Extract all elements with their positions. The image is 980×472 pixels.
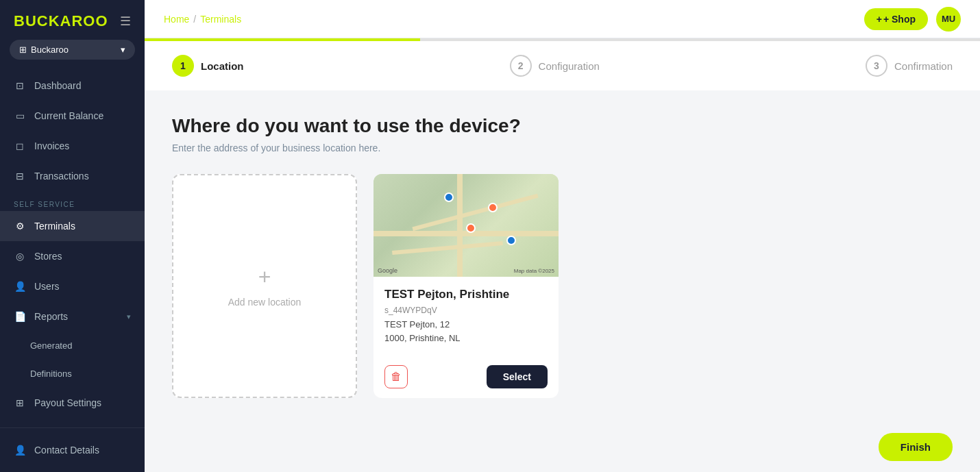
step-configuration: 2 Configuration [510,55,600,77]
sidebar-item-payout-settings[interactable]: ⊞ Payout Settings [0,388,145,418]
map-pin-2 [466,223,476,233]
map-data-label: Map data ©2025 [514,268,554,274]
plus-icon: + [258,264,271,290]
reports-icon: 📄 [14,310,26,323]
step-1-circle: 1 [172,55,194,77]
sidebar-item-label: Payout Settings [34,397,101,408]
logo: BUCKAROO [14,12,108,30]
sidebar-sub-label: Definitions [30,369,72,379]
card-address: TEST Pejton, 12 1000, Prishtine, NL [384,318,548,345]
step-3-number: 3 [874,60,879,71]
step-location: 1 Location [172,55,244,77]
sidebar: BUCKAROO ☰ ⊞ Buckaroo ▾ ⊡ Dashboard ▭ Cu… [0,0,145,472]
page-subtitle: Enter the address of your business locat… [172,142,953,153]
sidebar-item-label: Invoices [34,140,69,151]
map-pin-1 [488,203,498,212]
sidebar-item-label: Users [34,281,60,292]
step-1-label: Location [201,60,244,72]
location-cards: + Add new location Go [172,174,953,398]
terminal-icon: ⚙ [14,220,26,232]
breadcrumb-current: Terminals [200,14,241,25]
map-pin-4 [444,192,454,202]
sidebar-item-contact-details[interactable]: 👤 Contact Details [0,435,145,465]
shop-label: + Shop [883,14,916,25]
sidebar-item-invoices[interactable]: ◻ Invoices [0,131,145,161]
breadcrumb-home[interactable]: Home [164,14,189,25]
avatar-initials: MU [942,14,955,24]
invoice-icon: ◻ [14,140,26,152]
sidebar-item-label: Current Balance [34,110,103,121]
card-footer: 🗑 Select [373,365,559,398]
step-confirmation: 3 Confirmation [866,55,953,77]
address-line1: TEST Pejton, 12 [384,319,450,330]
section-self-service: SELF SERVICE [0,191,145,211]
add-location-card[interactable]: + Add new location [172,174,357,398]
map-road-horizontal [373,231,559,236]
payout-icon: ⊞ [14,397,26,409]
location-card: Google Map data ©2025 TEST Pejton, Prish… [373,174,559,398]
plus-icon: + [877,14,882,25]
card-map: Google Map data ©2025 [373,174,559,277]
avatar[interactable]: MU [936,7,961,32]
sidebar-item-definitions[interactable]: Definitions [0,360,145,388]
step-3-circle: 3 [866,55,887,77]
map-pin-3 [506,236,516,245]
sidebar-item-reports[interactable]: 📄 Reports ▾ [0,301,145,332]
sidebar-item-terminals[interactable]: ⚙ Terminals [0,211,145,241]
sidebar-item-label: Terminals [34,221,75,232]
sidebar-item-label: Transactions [34,171,89,182]
card-location-name: TEST Pejton, Prishtine [384,288,548,301]
card-body: TEST Pejton, Prishtine s_44WYPDqV TEST P… [373,277,559,365]
trash-icon: 🗑 [391,371,402,383]
delete-button[interactable]: 🗑 [384,365,408,388]
dashboard-icon: ⊡ [14,79,26,92]
sidebar-item-generated[interactable]: Generated [0,332,145,360]
step-2-number: 2 [518,60,524,71]
transactions-icon: ⊟ [14,170,26,182]
chevron-down-icon: ▾ [127,312,131,321]
user-icon: 👤 [14,280,26,293]
sidebar-sub-label: Generated [30,340,72,351]
step-2-label: Configuration [539,60,600,72]
sidebar-item-current-balance[interactable]: ▭ Current Balance [0,101,145,131]
sidebar-item-transactions[interactable]: ⊟ Transactions [0,161,145,191]
select-button[interactable]: Select [487,365,548,388]
map-image: Google Map data ©2025 [373,174,559,277]
topbar-right: + + Shop MU [864,7,961,32]
page-content: Where do you want to use the device? Ent… [145,90,980,426]
wallet-icon: ▭ [14,110,26,122]
shop-button[interactable]: + + Shop [864,8,928,30]
add-location-label: Add new location [228,297,302,308]
org-selector-icon: ⊞ [19,45,27,55]
map-street-2 [392,241,503,255]
org-selector[interactable]: ⊞ Buckaroo ▾ [10,40,135,60]
sidebar-item-label: Stores [34,251,62,262]
sidebar-nav: ⊡ Dashboard ▭ Current Balance ◻ Invoices… [0,71,145,427]
map-road-vertical [457,174,463,277]
sidebar-item-label: Dashboard [34,80,82,91]
sidebar-item-users[interactable]: 👤 Users [0,271,145,301]
google-label: Google [378,267,397,274]
page-title: Where do you want to use the device? [172,115,953,137]
breadcrumb-separator: / [193,14,196,25]
address-line2: 1000, Prishtine, NL [384,333,461,343]
hamburger-icon[interactable]: ☰ [120,14,131,29]
card-location-id: s_44WYPDqV [384,306,548,315]
sidebar-item-dashboard[interactable]: ⊡ Dashboard [0,71,145,101]
topbar: Home / Terminals + + Shop MU [145,0,980,38]
main-content: Home / Terminals + + Shop MU 1 Location [145,0,980,472]
sidebar-item-label: Reports [34,311,68,322]
store-icon: ◎ [14,250,26,262]
step-3-label: Confirmation [894,60,953,72]
sidebar-item-stores[interactable]: ◎ Stores [0,241,145,271]
footer-bar: Finish [145,426,980,472]
finish-button[interactable]: Finish [879,433,953,461]
step-1-number: 1 [180,60,186,71]
step-2-circle: 2 [510,55,532,77]
contact-icon: 👤 [14,444,26,456]
map-street-1 [412,193,538,231]
chevron-down-icon: ▾ [121,45,125,55]
org-selector-label: Buckaroo [31,45,69,55]
steps-bar: 1 Location 2 Configuration 3 Confirmatio… [145,41,980,90]
breadcrumb: Home / Terminals [164,14,241,25]
